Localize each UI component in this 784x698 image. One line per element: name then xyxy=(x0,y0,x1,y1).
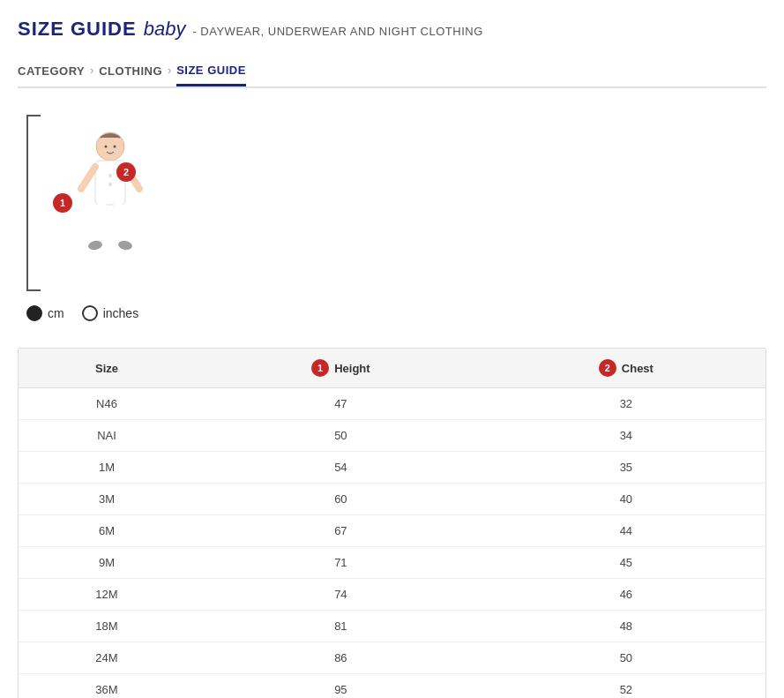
breadcrumb-sep-2: › xyxy=(168,64,171,77)
cell-chest: 45 xyxy=(487,547,765,579)
baby-svg xyxy=(71,127,150,277)
chest-badge: 2 xyxy=(599,359,616,377)
badge-1: 1 xyxy=(53,193,72,213)
radio-cm[interactable] xyxy=(26,305,42,321)
size-table: Size 1 Height 2 Chest xyxy=(19,349,765,698)
table-row: 18M 81 48 xyxy=(19,611,765,642)
size-table-wrapper: Size 1 Height 2 Chest xyxy=(18,348,766,698)
col-header-size: Size xyxy=(19,349,195,388)
cell-height: 86 xyxy=(195,642,487,674)
svg-point-10 xyxy=(108,183,112,186)
cell-chest: 40 xyxy=(487,484,765,515)
cell-size: 18M xyxy=(19,611,195,642)
table-row: 1M 54 35 xyxy=(19,452,765,484)
cm-label: cm xyxy=(48,306,64,320)
table-row: 24M 86 50 xyxy=(19,642,765,674)
cell-chest: 32 xyxy=(487,388,765,420)
table-row: 12M 74 46 xyxy=(19,579,765,611)
cell-size: 1M xyxy=(19,452,195,484)
table-header-row: Size 1 Height 2 Chest xyxy=(19,349,765,388)
breadcrumb-sep-1: › xyxy=(90,64,93,77)
svg-line-5 xyxy=(118,205,123,242)
cell-size: 24M xyxy=(19,642,195,674)
cell-height: 95 xyxy=(195,674,487,699)
title-subtitle: - DAYWEAR, UNDERWEAR AND NIGHT CLOTHING xyxy=(192,25,482,38)
cell-chest: 44 xyxy=(487,515,765,547)
unit-inches[interactable]: inches xyxy=(82,305,138,321)
cell-chest: 48 xyxy=(487,611,765,642)
table-row: 6M 67 44 xyxy=(19,515,765,547)
cell-height: 47 xyxy=(195,388,487,420)
unit-toggle: cm inches xyxy=(26,305,138,321)
table-row: 3M 60 40 xyxy=(19,484,765,515)
table-row: 36M 95 52 xyxy=(19,674,765,699)
radio-inches[interactable] xyxy=(82,305,98,321)
figure-container: 1 xyxy=(26,115,168,291)
figure-section: 1 xyxy=(18,115,766,321)
breadcrumb-clothing[interactable]: CLOTHING xyxy=(99,64,162,78)
cell-height: 67 xyxy=(195,515,487,547)
col-header-chest: 2 Chest xyxy=(487,349,765,388)
badge-2: 2 xyxy=(116,162,136,182)
height-badge: 1 xyxy=(311,359,329,377)
height-bracket xyxy=(26,115,41,291)
cell-size: N46 xyxy=(19,388,195,420)
svg-line-4 xyxy=(97,205,102,242)
cell-size: 12M xyxy=(19,579,195,611)
cell-height: 74 xyxy=(195,579,487,611)
page-title-section: SIZE GUIDE baby - DAYWEAR, UNDERWEAR AND… xyxy=(18,18,766,41)
svg-point-8 xyxy=(105,145,108,147)
cell-size: 9M xyxy=(19,547,195,579)
cell-height: 54 xyxy=(195,452,487,484)
table-body: N46 47 32 NAI 50 34 1M 54 35 3M 60 40 6M… xyxy=(19,388,765,699)
cell-size: NAI xyxy=(19,420,195,452)
baby-figure: 1 xyxy=(71,127,150,280)
title-baby: baby xyxy=(144,18,186,41)
unit-cm[interactable]: cm xyxy=(26,305,64,321)
cell-chest: 35 xyxy=(487,452,765,484)
table-row: 9M 71 45 xyxy=(19,547,765,579)
svg-point-9 xyxy=(114,145,116,147)
cell-chest: 34 xyxy=(487,420,765,452)
cell-chest: 52 xyxy=(487,674,765,699)
breadcrumb: CATEGORY › CLOTHING › SIZE GUIDE xyxy=(18,55,766,88)
cell-height: 60 xyxy=(195,484,487,515)
table-row: N46 47 32 xyxy=(19,388,765,420)
cell-size: 36M xyxy=(19,674,195,699)
col-header-height: 1 Height xyxy=(195,349,487,388)
cell-height: 71 xyxy=(195,547,487,579)
cell-chest: 50 xyxy=(487,642,765,674)
breadcrumb-category[interactable]: CATEGORY xyxy=(18,64,85,78)
breadcrumb-size-guide[interactable]: SIZE GUIDE xyxy=(176,64,246,86)
title-size-guide: SIZE GUIDE xyxy=(18,18,137,41)
cell-chest: 46 xyxy=(487,579,765,611)
cell-height: 81 xyxy=(195,611,487,642)
cell-size: 6M xyxy=(19,515,195,547)
page-wrapper: SIZE GUIDE baby - DAYWEAR, UNDERWEAR AND… xyxy=(0,0,784,698)
cell-height: 50 xyxy=(195,420,487,452)
inches-label: inches xyxy=(103,306,138,320)
table-row: NAI 50 34 xyxy=(19,420,765,452)
svg-point-11 xyxy=(108,174,112,177)
cell-size: 3M xyxy=(19,484,195,515)
svg-line-2 xyxy=(81,167,95,189)
